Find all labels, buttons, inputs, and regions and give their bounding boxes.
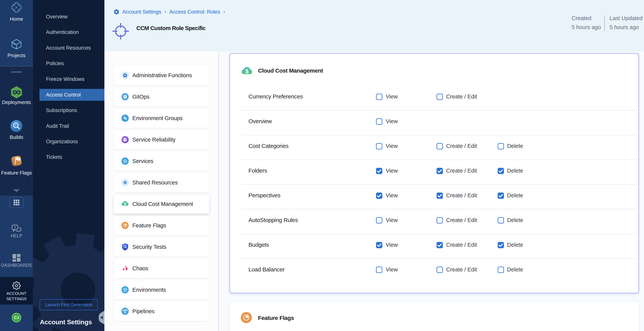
svg-text:$: $: [246, 68, 249, 74]
svg-text:$: $: [124, 202, 126, 206]
svg-text:?: ?: [14, 226, 16, 230]
